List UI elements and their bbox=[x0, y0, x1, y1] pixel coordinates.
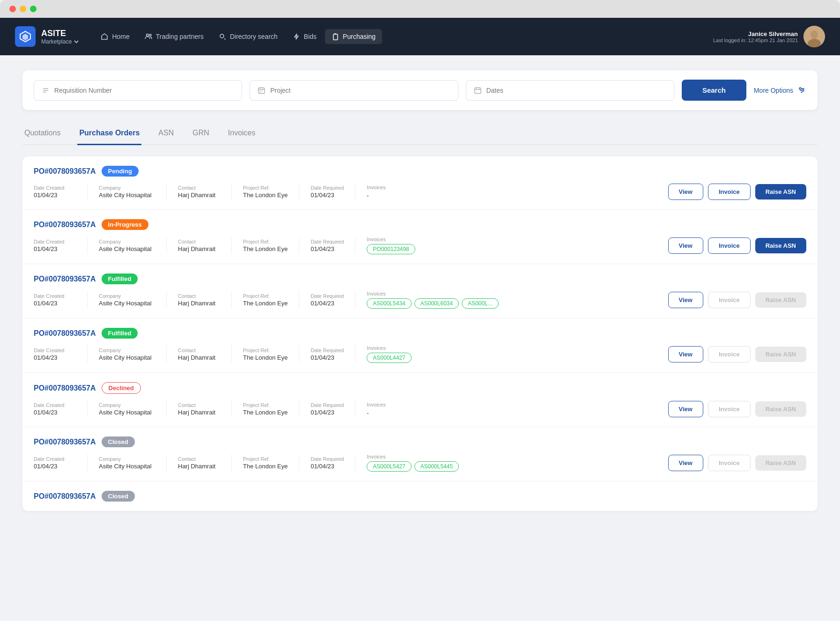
po-number-5[interactable]: PO#0078093657A bbox=[34, 384, 96, 392]
view-btn-5[interactable]: View bbox=[668, 401, 703, 417]
view-btn-4[interactable]: View bbox=[668, 346, 703, 362]
detail-project-5: Project Ref. The London Eye bbox=[234, 402, 297, 416]
logo-box bbox=[15, 26, 36, 47]
detail-project-3: Project Ref. The London Eye bbox=[234, 293, 297, 307]
tab-grn[interactable]: GRN bbox=[191, 125, 211, 144]
po-details-row-4: Date Created 01/04/23 Company Asite City… bbox=[34, 345, 806, 363]
view-btn-2[interactable]: View bbox=[668, 237, 703, 254]
nav-bids-label: Bids bbox=[304, 33, 317, 40]
badge-closed-7: Closed bbox=[102, 491, 135, 502]
more-options-button[interactable]: More Options bbox=[754, 86, 806, 95]
po-number-1[interactable]: PO#0078093657A bbox=[34, 167, 96, 176]
po-number-2[interactable]: PO#0078093657A bbox=[34, 221, 96, 229]
logo-icon bbox=[19, 30, 32, 43]
detail-date-req-1: Date Required 01/04/23 bbox=[301, 185, 353, 199]
lightning-icon bbox=[293, 33, 300, 40]
detail-invoices-6: Invoices AS000L5427 AS000L5445 bbox=[357, 454, 668, 472]
po-header-4: PO#0078093657A Fulfilled bbox=[34, 328, 806, 339]
detail-company-4: Company Asite City Hosapital bbox=[89, 347, 164, 361]
detail-date-created-1: Date Created 01/04/23 bbox=[34, 185, 85, 199]
nav-logo: ASITE Marketplace bbox=[15, 26, 79, 47]
chrome-maximize[interactable] bbox=[30, 6, 37, 12]
po-card-2: PO#0078093657A In-Progress Date Created … bbox=[22, 210, 818, 264]
project-field[interactable] bbox=[250, 80, 458, 101]
invoice-tag-as000l5434: AS000L5434 bbox=[367, 298, 411, 309]
requisition-field[interactable] bbox=[34, 80, 242, 101]
badge-pending-1: Pending bbox=[102, 166, 139, 177]
po-number-3[interactable]: PO#0078093657A bbox=[34, 275, 96, 283]
nav-links: Home Trading partners Directory search B… bbox=[94, 29, 713, 44]
po-header-7: PO#0078093657A Closed bbox=[34, 491, 806, 502]
detail-company-1: Company Asite City Hosapital bbox=[89, 185, 164, 199]
brand-sub: Marketplace bbox=[41, 38, 79, 45]
project-input[interactable] bbox=[270, 87, 450, 94]
nav-home-label: Home bbox=[112, 33, 129, 40]
po-details-row-6: Date Created 01/04/23 Company Asite City… bbox=[34, 454, 806, 472]
badge-fulfilled-3: Fulfilled bbox=[102, 274, 138, 284]
po-card-3: PO#0078093657A Fulfilled Date Created 01… bbox=[22, 264, 818, 318]
dates-input[interactable] bbox=[486, 87, 666, 94]
detail-project-4: Project Ref. The London Eye bbox=[234, 347, 297, 361]
detail-date-req-6: Date Required 01/04/23 bbox=[301, 456, 353, 470]
nav-link-directory[interactable]: Directory search bbox=[212, 29, 284, 44]
badge-fulfilled-4: Fulfilled bbox=[102, 328, 138, 339]
invoice-tag-as000l-more: AS000L... bbox=[462, 298, 499, 309]
brand-name: ASITE bbox=[41, 29, 79, 38]
nav-link-home[interactable]: Home bbox=[94, 29, 136, 44]
nav-link-trading-partners[interactable]: Trading partners bbox=[138, 29, 210, 44]
detail-date-req-2: Date Required 01/04/23 bbox=[301, 239, 353, 252]
invoice-btn-2[interactable]: Invoice bbox=[708, 237, 751, 254]
svg-point-26 bbox=[799, 88, 801, 89]
po-actions-4: View Invoice Raise ASN bbox=[668, 346, 806, 362]
chrome-minimize[interactable] bbox=[20, 6, 26, 12]
svg-rect-5 bbox=[333, 34, 338, 40]
nav-user: Janice Silverman Last logged in: 12:45pm… bbox=[713, 26, 825, 47]
tab-quotations[interactable]: Quotations bbox=[22, 125, 62, 144]
view-btn-6[interactable]: View bbox=[668, 455, 703, 471]
view-btn-1[interactable]: View bbox=[668, 184, 703, 200]
badge-declined-5: Declined bbox=[102, 382, 141, 394]
detail-project-6: Project Ref. The London Eye bbox=[234, 456, 297, 470]
raise-asn-btn-2[interactable]: Raise ASN bbox=[755, 238, 806, 253]
tab-asn[interactable]: ASN bbox=[156, 125, 176, 144]
raise-asn-btn-6: Raise ASN bbox=[755, 455, 806, 471]
invoice-btn-1[interactable]: Invoice bbox=[708, 184, 751, 200]
invoice-tag-po000123498: PO000123498 bbox=[367, 244, 415, 254]
tab-invoices[interactable]: Invoices bbox=[226, 125, 258, 144]
invoice-btn-4: Invoice bbox=[708, 346, 751, 362]
po-details-row-3: Date Created 01/04/23 Company Asite City… bbox=[34, 291, 806, 309]
invoices-label-1: Invoices bbox=[367, 185, 658, 190]
po-details-row-5: Date Created 01/04/23 Company Asite City… bbox=[34, 400, 806, 417]
detail-company-3: Company Asite City Hosapital bbox=[89, 293, 164, 307]
po-card-6: PO#0078093657A Closed Date Created 01/04… bbox=[22, 427, 818, 481]
detail-project-2: Project Ref. The London Eye bbox=[234, 239, 297, 252]
requisition-input[interactable] bbox=[54, 87, 234, 94]
detail-date-created-2: Date Created 01/04/23 bbox=[34, 239, 85, 252]
tab-purchase-orders[interactable]: Purchase Orders bbox=[77, 125, 141, 145]
po-number-6[interactable]: PO#0078093657A bbox=[34, 438, 96, 446]
detail-contact-5: Contact Harj Dhamrait bbox=[169, 402, 229, 416]
badge-inprogress-2: In-Progress bbox=[102, 219, 148, 230]
svg-rect-19 bbox=[474, 88, 480, 93]
dates-field[interactable] bbox=[466, 80, 674, 101]
invoice-tag-as000l5445: AS000L5445 bbox=[414, 461, 459, 472]
clipboard-icon bbox=[332, 33, 339, 40]
po-number-7[interactable]: PO#0078093657A bbox=[34, 492, 96, 501]
view-btn-3[interactable]: View bbox=[668, 292, 703, 308]
avatar-image bbox=[803, 26, 825, 47]
invoice-tag-as000l4427: AS000L4427 bbox=[367, 353, 411, 363]
nav-link-bids[interactable]: Bids bbox=[286, 29, 323, 44]
po-actions-1: View Invoice Raise ASN bbox=[668, 184, 806, 200]
po-header-6: PO#0078093657A Closed bbox=[34, 436, 806, 447]
project-label-1: Project Ref. bbox=[243, 185, 287, 191]
detail-date-created-4: Date Created 01/04/23 bbox=[34, 347, 85, 361]
po-card-5: PO#0078093657A Declined Date Created 01/… bbox=[22, 373, 818, 427]
chrome-close[interactable] bbox=[9, 6, 16, 12]
nav-link-purchasing[interactable]: Purchasing bbox=[325, 29, 382, 44]
contact-value-1: Harj Dhamrait bbox=[178, 192, 220, 199]
po-actions-5: View Invoice Raise ASN bbox=[668, 401, 806, 417]
search-button[interactable]: Search bbox=[682, 80, 746, 101]
po-number-4[interactable]: PO#0078093657A bbox=[34, 329, 96, 338]
date-created-value-1: 01/04/23 bbox=[34, 192, 76, 199]
raise-asn-btn-1[interactable]: Raise ASN bbox=[755, 184, 806, 200]
